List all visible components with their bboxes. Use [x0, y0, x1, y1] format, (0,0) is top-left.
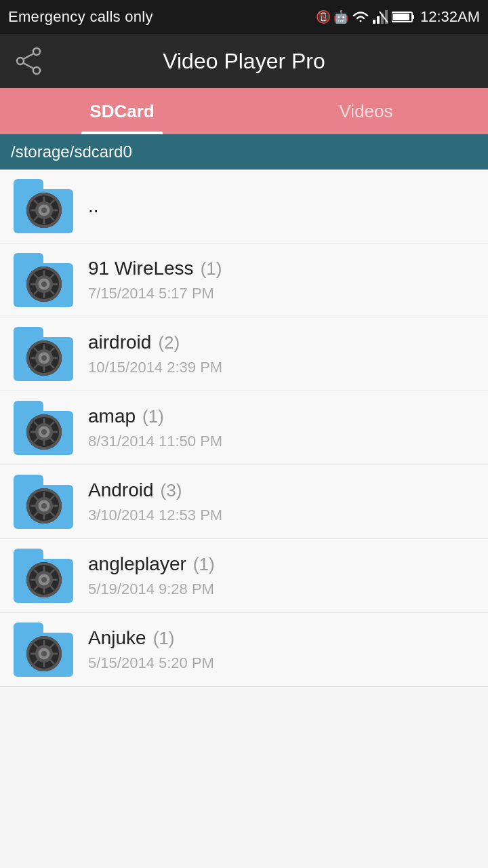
- svg-line-79: [34, 644, 39, 648]
- file-info: airdroid (2) 10/15/2014 2:39 PM: [88, 332, 222, 376]
- list-item[interactable]: 91 WireLess (1) 7/15/2014 5:17 PM: [0, 243, 488, 317]
- svg-line-80: [49, 659, 54, 664]
- svg-line-71: [49, 570, 54, 574]
- file-info: ..: [88, 195, 99, 217]
- svg-point-74: [41, 651, 47, 656]
- tab-sdcard[interactable]: SDCard: [0, 88, 244, 134]
- file-info: Android (3) 3/10/2014 12:53 PM: [88, 479, 222, 524]
- svg-rect-1: [377, 16, 380, 24]
- svg-rect-6: [393, 14, 409, 20]
- svg-line-72: [34, 585, 39, 590]
- svg-line-40: [49, 363, 54, 368]
- list-item[interactable]: ..: [0, 170, 488, 243]
- file-info: angleplayer (1) 5/19/2014 9:28 PM: [88, 553, 215, 598]
- file-date: 5/15/2014 5:20 PM: [88, 654, 214, 672]
- file-name: Anjuke: [88, 627, 146, 649]
- svg-line-62: [34, 511, 39, 516]
- list-item[interactable]: Android (3) 3/10/2014 12:53 PM: [0, 465, 488, 539]
- svg-line-31: [49, 274, 54, 279]
- tab-videos[interactable]: Videos: [244, 88, 488, 134]
- folder-icon: [14, 253, 75, 307]
- svg-point-54: [41, 503, 47, 509]
- folder-icon: [14, 179, 75, 233]
- svg-line-81: [49, 644, 54, 648]
- svg-point-44: [41, 429, 47, 435]
- battery-icon: [392, 11, 415, 23]
- svg-line-22: [34, 216, 39, 220]
- status-time: 12:32AM: [420, 8, 480, 26]
- svg-point-24: [41, 281, 47, 287]
- file-info: amap (1) 8/31/2014 11:50 PM: [88, 406, 222, 450]
- folder-icon: [14, 401, 75, 455]
- status-icons: 📵 🤖 12:32AM: [316, 8, 480, 26]
- file-date: 7/15/2014 5:17 PM: [88, 285, 222, 302]
- file-name: Android: [88, 479, 154, 501]
- share-icon: [14, 46, 43, 76]
- svg-line-60: [49, 511, 54, 516]
- svg-line-12: [24, 63, 34, 68]
- svg-rect-0: [373, 20, 375, 24]
- svg-line-61: [49, 496, 54, 500]
- svg-line-11: [24, 54, 34, 59]
- svg-line-59: [34, 496, 39, 500]
- file-name: airdroid: [88, 332, 151, 353]
- android-icon: 🤖: [333, 9, 348, 24]
- file-count: (1): [193, 554, 215, 575]
- file-list: ..: [0, 170, 488, 868]
- status-text: Emergency calls only: [8, 8, 153, 26]
- svg-line-21: [49, 200, 54, 205]
- svg-line-82: [34, 659, 39, 664]
- file-date: 10/15/2014 2:39 PM: [88, 359, 222, 376]
- file-count: (3): [161, 480, 182, 501]
- signal-icon: [373, 10, 389, 24]
- svg-line-41: [49, 348, 54, 353]
- file-name: angleplayer: [88, 553, 186, 575]
- status-bar: Emergency calls only 📵 🤖 12:32AM: [0, 0, 488, 34]
- app-bar: Video Player Pro: [0, 34, 488, 88]
- file-count: (2): [158, 332, 180, 353]
- file-count: (1): [153, 628, 175, 649]
- svg-line-20: [49, 216, 54, 220]
- list-item[interactable]: amap (1) 8/31/2014 11:50 PM: [0, 391, 488, 465]
- svg-line-32: [34, 290, 39, 294]
- file-name: amap: [88, 406, 136, 427]
- list-item[interactable]: angleplayer (1) 5/19/2014 9:28 PM: [0, 539, 488, 613]
- file-name: 91 WireLess: [88, 258, 194, 279]
- list-item[interactable]: Anjuke (1) 5/15/2014 5:20 PM: [0, 613, 488, 687]
- sim-icon: 📵: [316, 9, 331, 24]
- folder-icon: [14, 327, 75, 381]
- list-item[interactable]: airdroid (2) 10/15/2014 2:39 PM: [0, 317, 488, 391]
- folder-icon: [14, 475, 75, 529]
- file-info: 91 WireLess (1) 7/15/2014 5:17 PM: [88, 258, 222, 302]
- file-date: 3/10/2014 12:53 PM: [88, 507, 222, 524]
- svg-point-64: [41, 577, 47, 583]
- file-count: (1): [142, 406, 164, 427]
- svg-line-49: [34, 422, 39, 427]
- svg-line-42: [34, 363, 39, 368]
- svg-line-30: [49, 290, 54, 294]
- svg-line-50: [49, 437, 54, 442]
- file-date: 5/19/2014 9:28 PM: [88, 580, 215, 598]
- current-path: /storage/sdcard0: [11, 142, 132, 161]
- folder-icon: [14, 549, 75, 603]
- share-button[interactable]: [14, 46, 43, 76]
- folder-icon: [14, 623, 75, 677]
- file-count: (1): [201, 258, 222, 279]
- file-info: Anjuke (1) 5/15/2014 5:20 PM: [88, 627, 214, 672]
- svg-line-29: [34, 274, 39, 279]
- svg-line-52: [34, 437, 39, 442]
- svg-point-34: [41, 355, 47, 361]
- svg-line-51: [49, 422, 54, 427]
- app-title: Video Player Pro: [43, 49, 445, 74]
- svg-line-70: [49, 585, 54, 590]
- svg-rect-7: [412, 15, 414, 19]
- svg-line-39: [34, 348, 39, 353]
- svg-line-19: [34, 200, 39, 205]
- tab-bar: SDCard Videos: [0, 88, 488, 134]
- path-bar: /storage/sdcard0: [0, 134, 488, 170]
- svg-point-14: [41, 208, 47, 213]
- file-name: ..: [88, 195, 99, 217]
- wifi-icon: [351, 10, 370, 24]
- file-date: 8/31/2014 11:50 PM: [88, 433, 222, 450]
- svg-line-69: [34, 570, 39, 574]
